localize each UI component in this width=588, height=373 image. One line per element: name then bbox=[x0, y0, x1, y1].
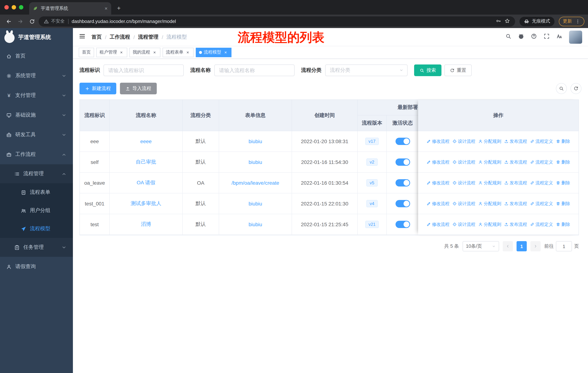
process-id-input[interactable] bbox=[104, 64, 184, 76]
modify-process-link[interactable]: 修改流程 bbox=[427, 201, 450, 207]
sidebar-item-leave-query[interactable]: 请假查询 bbox=[0, 257, 73, 276]
process-definition-link[interactable]: 流程定义 bbox=[530, 159, 553, 165]
update-button[interactable]: 更新 bbox=[559, 17, 584, 26]
key-icon[interactable] bbox=[496, 18, 501, 25]
forward-button[interactable] bbox=[15, 16, 26, 26]
sidebar-item-devtools[interactable]: 研发工具 bbox=[0, 125, 73, 145]
tag-home[interactable]: 首页 bbox=[79, 48, 94, 57]
process-name-link[interactable]: OA 请假 bbox=[137, 180, 156, 186]
minimize-window-button[interactable] bbox=[12, 5, 16, 10]
prev-page-button[interactable] bbox=[503, 241, 513, 251]
active-toggle[interactable] bbox=[395, 221, 410, 228]
modify-process-link[interactable]: 修改流程 bbox=[427, 138, 450, 144]
create-process-button[interactable]: 新建流程 bbox=[79, 83, 116, 94]
close-icon[interactable]: × bbox=[185, 50, 190, 55]
assign-rule-link[interactable]: 分配规则 bbox=[478, 221, 501, 227]
form-link[interactable]: /bpm/oa/leave/create bbox=[231, 180, 279, 186]
active-toggle[interactable] bbox=[395, 138, 410, 145]
browser-tab[interactable]: 芋道管理系统 × bbox=[29, 2, 111, 15]
publish-process-link[interactable]: 发布流程 bbox=[504, 138, 527, 144]
sidebar-item-process-form[interactable]: 流程表单 bbox=[0, 183, 73, 202]
active-toggle[interactable] bbox=[395, 159, 410, 166]
import-process-button[interactable]: 导入流程 bbox=[120, 83, 157, 94]
assign-rule-link[interactable]: 分配规则 bbox=[478, 159, 501, 165]
active-toggle[interactable] bbox=[395, 200, 410, 207]
tag-my-process[interactable]: 我的流程× bbox=[129, 48, 160, 57]
sidebar-item-process-model[interactable]: 流程模型 bbox=[0, 220, 73, 238]
process-name-link[interactable]: eeee bbox=[140, 138, 152, 144]
process-definition-link[interactable]: 流程定义 bbox=[530, 221, 553, 227]
design-process-link[interactable]: 设计流程 bbox=[452, 180, 475, 186]
breadcrumb-item[interactable]: 工作流程 bbox=[110, 34, 130, 40]
close-icon[interactable]: × bbox=[223, 50, 228, 55]
avatar[interactable] bbox=[569, 30, 582, 43]
goto-page-input[interactable] bbox=[556, 241, 572, 251]
modify-process-link[interactable]: 修改流程 bbox=[427, 221, 450, 227]
close-icon[interactable]: × bbox=[152, 50, 157, 55]
security-status[interactable]: 不安全 bbox=[44, 18, 65, 24]
delete-link[interactable]: 删除 bbox=[556, 201, 570, 207]
publish-process-link[interactable]: 发布流程 bbox=[504, 221, 527, 227]
design-process-link[interactable]: 设计流程 bbox=[452, 159, 475, 165]
tag-tenant-management[interactable]: 租户管理× bbox=[96, 48, 127, 57]
category-select[interactable]: 流程分类 bbox=[325, 64, 408, 76]
design-process-link[interactable]: 设计流程 bbox=[452, 221, 475, 227]
sidebar-item-workflow[interactable]: 工作流程 bbox=[0, 145, 73, 164]
form-link[interactable]: biubiu bbox=[249, 138, 262, 144]
delete-link[interactable]: 删除 bbox=[556, 138, 570, 144]
process-definition-link[interactable]: 流程定义 bbox=[530, 138, 553, 144]
sidebar-item-system[interactable]: 系统管理 bbox=[0, 66, 73, 86]
form-link[interactable]: biubiu bbox=[249, 222, 262, 227]
tag-process-form[interactable]: 流程表单× bbox=[163, 48, 194, 57]
sidebar-item-infrastructure[interactable]: 基础设施 bbox=[0, 105, 73, 125]
assign-rule-link[interactable]: 分配规则 bbox=[478, 201, 501, 207]
process-definition-link[interactable]: 流程定义 bbox=[530, 180, 553, 186]
search-icon[interactable] bbox=[505, 33, 511, 41]
refresh-table-button[interactable] bbox=[570, 83, 581, 94]
help-icon[interactable] bbox=[531, 33, 537, 41]
delete-link[interactable]: 删除 bbox=[556, 221, 570, 227]
sidebar-item-payment[interactable]: ¥支付管理 bbox=[0, 86, 73, 105]
delete-link[interactable]: 删除 bbox=[556, 180, 570, 186]
design-process-link[interactable]: 设计流程 bbox=[452, 138, 475, 144]
browser-menu-kebab[interactable] bbox=[575, 19, 580, 24]
new-tab-button[interactable]: + bbox=[114, 4, 124, 13]
close-window-button[interactable] bbox=[4, 5, 9, 10]
sidebar-item-task-management[interactable]: 任务管理 bbox=[0, 238, 73, 257]
modify-process-link[interactable]: 修改流程 bbox=[427, 159, 450, 165]
sidebar-item-home[interactable]: 首页 bbox=[0, 46, 73, 66]
publish-process-link[interactable]: 发布流程 bbox=[504, 180, 527, 186]
tab-close-icon[interactable]: × bbox=[105, 5, 107, 11]
form-link[interactable]: biubiu bbox=[249, 201, 262, 207]
zoom-window-button[interactable] bbox=[19, 5, 23, 10]
fullscreen-icon[interactable] bbox=[544, 33, 550, 41]
page-size-select[interactable]: 10条/页 bbox=[462, 241, 499, 251]
sidebar-collapse-button[interactable] bbox=[79, 33, 86, 41]
breadcrumb-item[interactable]: 流程管理 bbox=[138, 34, 158, 40]
active-toggle[interactable] bbox=[395, 179, 410, 186]
url-box[interactable]: 不安全 dashboard.yudao.iocoder.cn/bpm/manag… bbox=[39, 16, 515, 26]
tag-process-model[interactable]: 流程模型× bbox=[196, 48, 231, 57]
github-icon[interactable] bbox=[518, 33, 524, 41]
design-process-link[interactable]: 设计流程 bbox=[452, 201, 475, 207]
next-page-button[interactable] bbox=[530, 241, 541, 251]
font-size-icon[interactable] bbox=[556, 33, 562, 41]
process-name-link[interactable]: 测试多审批人 bbox=[131, 200, 161, 207]
publish-process-link[interactable]: 发布流程 bbox=[504, 201, 527, 207]
search-button[interactable]: 搜索 bbox=[414, 64, 441, 76]
form-link[interactable]: biubiu bbox=[249, 159, 262, 165]
close-icon[interactable]: × bbox=[119, 50, 124, 55]
page-1-button[interactable]: 1 bbox=[516, 241, 527, 251]
breadcrumb-item[interactable]: 首页 bbox=[92, 34, 102, 40]
assign-rule-link[interactable]: 分配规则 bbox=[478, 180, 501, 186]
process-name-link[interactable]: 滔博 bbox=[141, 221, 151, 228]
delete-link[interactable]: 删除 bbox=[556, 159, 570, 165]
process-name-input[interactable] bbox=[214, 64, 294, 76]
toggle-search-button[interactable] bbox=[556, 83, 567, 94]
process-name-link[interactable]: 自己审批 bbox=[136, 159, 156, 165]
process-definition-link[interactable]: 流程定义 bbox=[530, 201, 553, 207]
reset-button[interactable]: 重置 bbox=[444, 64, 472, 76]
assign-rule-link[interactable]: 分配规则 bbox=[478, 138, 501, 144]
publish-process-link[interactable]: 发布流程 bbox=[504, 159, 527, 165]
sidebar-item-process-management[interactable]: 流程管理 bbox=[0, 164, 73, 183]
